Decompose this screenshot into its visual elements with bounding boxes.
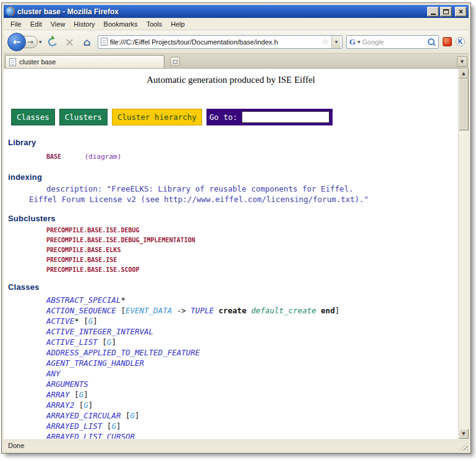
class-token-plain: [ [121, 411, 130, 420]
search-magnifier-icon[interactable] [427, 38, 436, 46]
class-entry: ARRAY [G] [46, 389, 458, 400]
class-link[interactable]: ARRAYED_CIRCULAR [46, 411, 121, 420]
page-nav-go-to: Go to: [206, 109, 333, 125]
stop-icon: × [65, 35, 74, 48]
search-input[interactable] [362, 38, 425, 46]
menu-edit[interactable]: Edit [26, 19, 46, 30]
tab-cluster-base[interactable]: cluster base [5, 55, 164, 68]
page-nav-label: Go to: [210, 112, 237, 122]
scroll-down-button[interactable]: ▼ [459, 429, 469, 439]
class-link[interactable]: TUPLE [190, 306, 214, 315]
history-dropdown-icon[interactable]: ▼ [39, 40, 42, 44]
bookmark-star-icon[interactable]: ☆ [321, 37, 329, 46]
firefox-window: cluster base - Mozilla Firefox × FileEdi… [1, 2, 471, 454]
back-button[interactable]: ← [7, 33, 26, 51]
menu-tools[interactable]: Tools [142, 19, 167, 30]
page-nav-clusters[interactable]: Clusters [59, 109, 108, 125]
subcluster-link[interactable]: PRECOMPILE.BASE.ISE [46, 255, 458, 265]
page-nav-classes[interactable]: Classes [11, 109, 55, 125]
addon-icon-red[interactable] [443, 37, 452, 46]
class-token-plain: ] [335, 306, 340, 315]
url-input[interactable] [110, 38, 320, 46]
tab-favicon [9, 58, 16, 66]
home-button[interactable]: ⌂ [80, 35, 94, 49]
class-token-plain: [ [98, 337, 107, 347]
class-entry: ARRAYED_LIST_CURSOR [46, 431, 458, 439]
class-link[interactable]: ANY [46, 369, 61, 378]
menu-file[interactable]: File [6, 19, 26, 30]
class-token-kw: end [321, 306, 335, 315]
class-token-plain: ] [93, 316, 98, 326]
firefox-icon [6, 7, 15, 16]
class-token-plain: ] [116, 421, 121, 431]
diagram-link[interactable]: (diagram) [85, 153, 122, 161]
page-banner: Automatic generation produced by ISE Eif… [4, 75, 458, 85]
vertical-scrollbar[interactable]: ▲ ▼ [458, 69, 469, 439]
class-list: ABSTRACT_SPECIAL*ACTION_SEQUENCE [EVENT_… [46, 295, 458, 439]
navigation-toolbar: ← → ▼ × ⌂ ☆ ▼ G ▼ K [4, 30, 469, 54]
class-link[interactable]: ABSTRACT_SPECIAL [46, 295, 121, 305]
home-icon: ⌂ [83, 36, 91, 48]
class-link[interactable]: ARGUMENTS [46, 379, 88, 389]
class-token-plain: [ [116, 306, 125, 315]
class-token-plain: [ [70, 390, 79, 399]
class-link[interactable]: ARRAYED_LIST_CURSOR [46, 432, 135, 439]
class-link[interactable]: AGENT_TRACING_HANDLER [46, 358, 144, 368]
library-heading: Library [8, 138, 458, 147]
class-link[interactable]: ACTIVE_INTEGER_INTERVAL [46, 327, 153, 336]
search-bar[interactable]: G ▼ [346, 35, 439, 49]
menu-history[interactable]: History [69, 19, 99, 30]
class-entry: ACTIVE_INTEGER_INTERVAL [46, 326, 458, 337]
search-engine-dropdown-icon[interactable]: ▼ [357, 40, 360, 44]
subcluster-link[interactable]: PRECOMPILE.BASE.ISE.DEBUG_IMPLEMENTATION [46, 235, 458, 245]
minimize-button[interactable] [427, 7, 439, 17]
class-token-mark: * [121, 295, 125, 305]
close-button[interactable]: × [455, 7, 467, 17]
class-token-plain: [ [79, 316, 88, 326]
tab-label: cluster base [19, 58, 56, 66]
class-link[interactable]: ARRAYED_LIST [46, 421, 102, 431]
scrollbar-thumb[interactable] [459, 78, 469, 130]
subcluster-link[interactable]: PRECOMPILE.BASE.ISE.SCOOP [46, 265, 458, 275]
list-all-tabs-button[interactable]: ▼ [457, 56, 467, 67]
subcluster-link[interactable]: PRECOMPILE.BASE.ELKS [46, 245, 458, 255]
class-link[interactable]: ACTIVE [46, 316, 74, 326]
menu-help[interactable]: Help [166, 19, 189, 30]
class-link[interactable]: ACTIVE_LIST [46, 337, 98, 347]
url-dropdown-button[interactable]: ▼ [331, 36, 341, 48]
subclusters-heading: Subclusters [8, 214, 458, 223]
page-nav-cluster-hierarchy[interactable]: Cluster hierarchy [112, 109, 202, 125]
menu-view[interactable]: View [46, 19, 70, 30]
class-entry: ARRAY2 [G] [46, 400, 458, 410]
window-controls: × [427, 7, 467, 17]
class-entry: ARGUMENTS [46, 379, 458, 389]
class-entry: ACTION_SEQUENCE [EVENT_DATA -> TUPLE cre… [46, 305, 458, 316]
stop-button[interactable]: × [63, 35, 77, 49]
scroll-up-button[interactable]: ▲ [459, 69, 469, 78]
goto-input[interactable] [242, 111, 329, 123]
menubar: FileEditViewHistoryBookmarksToolsHelp [4, 18, 469, 30]
titlebar[interactable]: cluster base - Mozilla Firefox × [4, 5, 469, 18]
subcluster-link[interactable]: PRECOMPILE.BASE.ISE.DEBUG [46, 226, 458, 235]
resize-grip[interactable] [460, 442, 468, 450]
class-entry: ABSTRACT_SPECIAL* [46, 295, 458, 305]
menu-bookmarks[interactable]: Bookmarks [100, 19, 142, 30]
class-link[interactable]: ARRAY [46, 390, 70, 399]
class-link[interactable]: ARRAY2 [46, 400, 74, 410]
addon-icon-k[interactable]: K [456, 37, 465, 46]
indexing-heading: indexing [8, 172, 458, 182]
class-token-plain: ] [135, 411, 140, 420]
class-link[interactable]: ADDRESS_APPLIED_TO_MELTED_FEATURE [46, 348, 200, 357]
library-link[interactable]: BASE [46, 153, 61, 160]
content-area: Automatic generation produced by ISE Eif… [4, 69, 469, 439]
url-bar[interactable]: ☆ ▼ [98, 35, 342, 49]
class-link[interactable]: ACTION_SEQUENCE [46, 306, 116, 315]
library-line: BASE (diagram) [46, 150, 458, 161]
maximize-button[interactable] [440, 7, 452, 17]
class-token-kw: create [219, 306, 247, 315]
page-nav-label: Classes [17, 112, 49, 122]
new-tab-button[interactable] [170, 57, 180, 66]
class-token-gen: EVENT_DATA [125, 306, 172, 315]
reload-button[interactable] [46, 35, 59, 49]
class-entry: ACTIVE_LIST [G] [46, 337, 458, 347]
